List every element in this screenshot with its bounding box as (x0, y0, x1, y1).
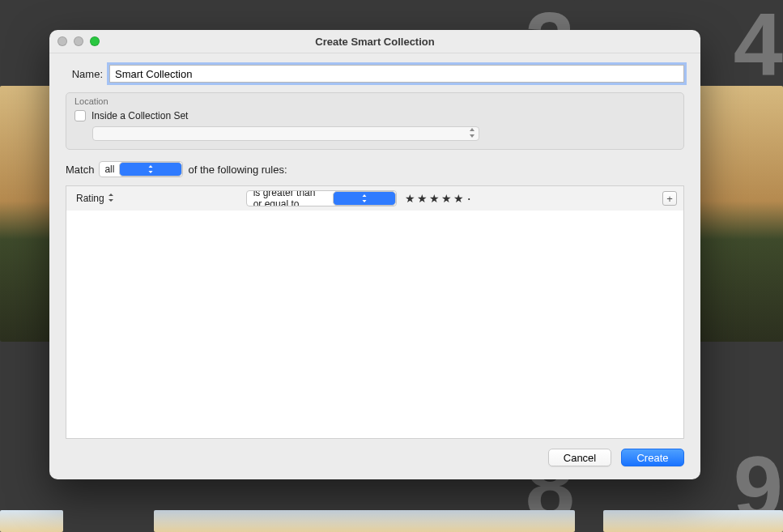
rule-rating-value[interactable]: ★ ★ ★ ★ ★ · (405, 192, 473, 205)
chevron-updown-icon (333, 191, 396, 206)
collection-set-select[interactable] (92, 126, 479, 141)
rule-operator-value: is greater than or equal to (247, 190, 333, 206)
match-row: Match all of the following rules: (66, 161, 684, 177)
chevron-updown-icon (119, 162, 182, 177)
rule-field-select[interactable]: Rating (73, 190, 117, 206)
zoom-icon[interactable] (90, 36, 100, 46)
rating-extra-dot: · (466, 193, 473, 204)
inside-collection-set-label: Inside a Collection Set (91, 110, 188, 121)
cancel-button[interactable]: Cancel (548, 449, 611, 466)
create-button[interactable]: Create (621, 449, 684, 466)
bg-thumb-mid (154, 510, 575, 532)
rule-operator-select[interactable]: is greater than or equal to (246, 190, 397, 206)
rule-row: Rating is greater than or equal to ★ ★ ★ (66, 186, 683, 211)
dialog-footer: Cancel Create (49, 439, 700, 479)
create-smart-collection-dialog: Create Smart Collection Name: Location I… (49, 30, 700, 479)
rules-list: Rating is greater than or equal to ★ ★ ★ (66, 185, 684, 439)
star-icon: ★ (405, 192, 415, 205)
rule-field-value: Rating (76, 193, 104, 204)
bg-thumb-left (0, 510, 63, 532)
name-label: Name: (66, 68, 103, 80)
close-icon[interactable] (57, 36, 67, 46)
match-suffix: of the following rules: (188, 164, 287, 176)
star-icon: ★ (453, 192, 464, 205)
minimize-icon[interactable] (74, 36, 83, 46)
name-input[interactable] (109, 65, 684, 83)
match-mode-select[interactable]: all (99, 161, 183, 177)
inside-collection-set-row[interactable]: Inside a Collection Set (74, 110, 675, 121)
window-controls (57, 36, 100, 46)
chevron-updown-icon (109, 194, 113, 203)
dialog-title: Create Smart Collection (49, 36, 700, 48)
location-group: Location Inside a Collection Set (66, 92, 684, 150)
match-prefix: Match (66, 164, 94, 176)
star-icon: ★ (441, 192, 452, 205)
plus-icon: + (666, 193, 673, 205)
inside-collection-set-checkbox[interactable] (74, 110, 86, 121)
chevron-updown-icon (469, 128, 475, 139)
titlebar: Create Smart Collection (49, 30, 700, 53)
location-header: Location (66, 93, 683, 107)
star-icon: ★ (429, 192, 440, 205)
star-icon: ★ (417, 192, 428, 205)
bg-thumb-right (603, 510, 783, 532)
add-rule-button[interactable]: + (662, 191, 677, 206)
match-mode-value: all (100, 164, 119, 175)
